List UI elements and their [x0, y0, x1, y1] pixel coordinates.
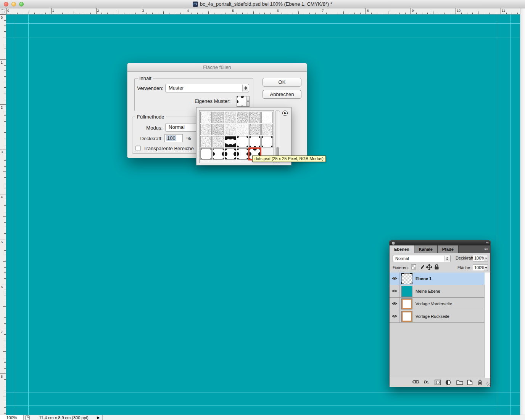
visibility-eye-icon[interactable] [390, 298, 399, 310]
ruler-number: 10 [457, 9, 461, 13]
blend-mode-select[interactable]: Normal [393, 255, 451, 262]
layer-thumbnail[interactable] [401, 311, 412, 322]
ruler-origin-corner[interactable] [0, 8, 6, 14]
panel-resize-grip[interactable] [486, 382, 490, 386]
ruler-tick [489, 13, 490, 14]
ok-button[interactable]: OK [262, 78, 301, 87]
layer-thumbnail[interactable] [401, 273, 412, 284]
pattern-swatch[interactable] [261, 124, 273, 135]
cancel-button[interactable]: Abbrechen [262, 90, 301, 99]
pattern-swatch[interactable] [200, 136, 212, 147]
ruler-tick [332, 13, 332, 14]
ruler-tick [315, 13, 316, 14]
status-flyout-arrow-icon[interactable]: ▶ [97, 415, 100, 420]
pattern-swatch[interactable] [237, 124, 248, 135]
pattern-swatch[interactable] [249, 112, 261, 123]
add-layer-mask-icon[interactable] [435, 380, 441, 386]
pattern-swatch[interactable] [261, 112, 273, 123]
opacity-input[interactable]: 100 [164, 134, 183, 142]
pattern-swatch[interactable] [213, 136, 224, 147]
pattern-swatch[interactable] [237, 148, 248, 160]
panel-menu-icon[interactable]: ▾≡ [484, 247, 488, 251]
pattern-swatch[interactable] [213, 148, 224, 160]
guide-vertical[interactable] [510, 14, 511, 415]
layer-row[interactable]: Vorlage Vorderseite [390, 298, 485, 310]
fill-opacity-field[interactable]: 100% [473, 265, 488, 271]
new-group-icon[interactable] [456, 380, 463, 386]
pattern-swatch[interactable] [200, 148, 212, 160]
use-select[interactable]: Muster [165, 84, 249, 92]
dropdown-arrow-icon[interactable] [484, 255, 488, 261]
zoom-level-field[interactable]: 100% [0, 415, 24, 420]
pattern-swatch[interactable] [200, 112, 212, 123]
ruler-tick [4, 189, 6, 189]
pattern-swatch[interactable] [225, 136, 236, 147]
pattern-swatch[interactable] [213, 124, 224, 135]
pattern-well[interactable] [237, 96, 250, 107]
pattern-swatch[interactable] [225, 148, 236, 160]
layers-opacity-field[interactable]: 100% [473, 255, 488, 261]
adjustment-layer-icon[interactable] [445, 380, 452, 386]
zoom-window-button[interactable] [19, 2, 24, 6]
close-button[interactable] [4, 2, 8, 6]
layer-style-fx-icon[interactable]: fx. [424, 379, 431, 385]
layer-thumbnail[interactable] [401, 298, 412, 309]
visibility-eye-icon[interactable] [390, 273, 399, 285]
pattern-swatch[interactable] [249, 136, 261, 147]
layer-list-scrollbar[interactable] [484, 273, 490, 378]
new-layer-icon[interactable] [467, 380, 474, 386]
link-layers-icon[interactable] [412, 380, 419, 386]
lock-transparency-icon[interactable] [411, 264, 417, 270]
pattern-swatch[interactable] [225, 124, 236, 135]
pattern-well-dropdown-icon[interactable] [246, 96, 249, 106]
guide-horizontal[interactable] [6, 406, 520, 406]
layer-thumbnail[interactable] [401, 286, 412, 297]
pattern-swatch[interactable] [225, 112, 236, 123]
preserve-transparency-checkbox[interactable] [135, 146, 141, 151]
visibility-eye-icon[interactable] [390, 285, 399, 297]
pattern-swatch[interactable] [213, 112, 224, 123]
ruler-tick [51, 8, 52, 14]
custom-pattern-label: Eigenes Muster: [188, 98, 230, 104]
ruler-tick [57, 13, 57, 14]
panel-close-icon[interactable] [392, 242, 395, 245]
ruler-tick [4, 121, 6, 122]
vertical-ruler[interactable]: 012345678 [0, 14, 6, 415]
dropdown-arrow-icon[interactable] [484, 265, 488, 271]
tab-pfade[interactable]: Pfade [438, 245, 459, 253]
pattern-swatch[interactable] [237, 112, 248, 123]
ruler-tick [360, 13, 361, 14]
layer-row[interactable]: Vorlage Rückseite [390, 310, 485, 323]
ruler-tick [4, 301, 6, 301]
pattern-swatch[interactable] [237, 136, 248, 147]
guide-horizontal[interactable] [6, 37, 520, 37]
window-titlebar[interactable]: Ps bc_4s_portrait_sidefold.psd bei 100% … [0, 0, 525, 8]
pattern-swatch[interactable] [261, 136, 273, 147]
collapse-panel-icon[interactable]: ◂◂ [486, 241, 488, 244]
ruler-tick [282, 13, 282, 14]
ruler-tick [152, 13, 153, 14]
ruler-tick [40, 13, 40, 14]
pattern-swatch[interactable] [200, 124, 212, 135]
guide-horizontal[interactable] [6, 393, 520, 393]
layer-row[interactable]: Ebene 1 [390, 273, 485, 285]
guide-vertical[interactable] [15, 14, 15, 415]
tab-ebenen[interactable]: Ebenen [390, 245, 414, 253]
guide-vertical[interactable] [28, 14, 29, 415]
horizontal-ruler[interactable]: 01234567891011 [6, 8, 520, 14]
layer-row[interactable]: Meine Ebene [390, 285, 485, 298]
delete-layer-trash-icon[interactable] [477, 380, 484, 386]
lock-all-icon[interactable] [434, 264, 440, 270]
panel-header-bar[interactable]: ◂◂ [390, 240, 490, 245]
visibility-eye-icon[interactable] [390, 310, 399, 322]
tab-kanäle[interactable]: Kanäle [414, 245, 438, 253]
lock-paint-brush-icon[interactable] [419, 264, 425, 270]
ruler-tick [4, 233, 6, 234]
minimize-button[interactable] [11, 2, 16, 6]
pattern-swatch[interactable] [249, 124, 261, 135]
guide-horizontal[interactable] [6, 23, 520, 24]
guide-vertical[interactable] [497, 14, 497, 415]
pattern-flyout-menu-icon[interactable]: ▶ [282, 111, 288, 116]
lock-position-move-icon[interactable] [426, 264, 432, 270]
fill-dialog-title[interactable]: Fläche füllen [127, 63, 307, 72]
